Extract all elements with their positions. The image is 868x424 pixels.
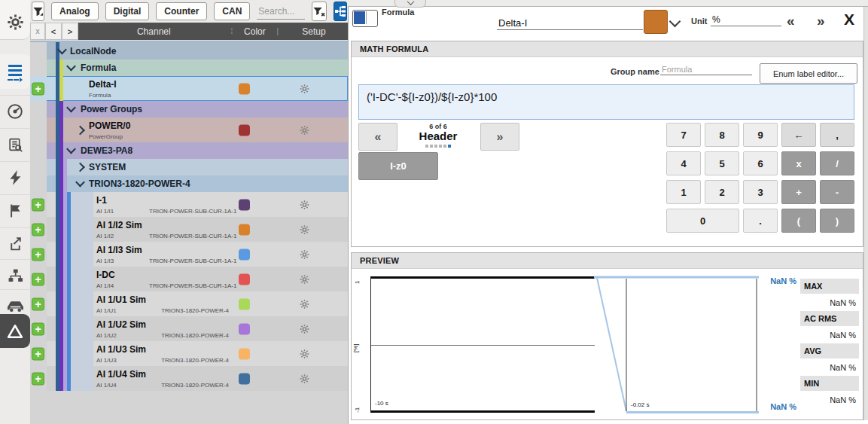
key-0[interactable]: 0: [666, 209, 739, 233]
channel-color-swatch[interactable]: [239, 83, 250, 94]
channel-color-button[interactable]: [644, 10, 668, 34]
chevron-down-icon[interactable]: [75, 178, 85, 188]
add-channel-button[interactable]: [32, 223, 44, 236]
delta-logo-tab[interactable]: [0, 314, 30, 348]
decimal-key[interactable]: .: [743, 209, 778, 233]
add-channel-button[interactable]: [32, 273, 44, 285]
channel-setup-gear-icon[interactable]: [300, 374, 309, 383]
collapse-panel-tab[interactable]: [394, 0, 426, 8]
pager-dot[interactable]: [430, 145, 433, 148]
key-2[interactable]: 2: [705, 180, 739, 204]
channel-color-swatch[interactable]: [239, 199, 250, 210]
tree-view-button[interactable]: [333, 2, 347, 21]
key-9[interactable]: 9: [743, 123, 778, 147]
close-paren-key[interactable]: ): [820, 209, 854, 233]
unit-input[interactable]: [711, 14, 781, 26]
channel-color-swatch[interactable]: [239, 224, 250, 235]
channel-setup-gear-icon[interactable]: [300, 349, 309, 358]
filter-can-button[interactable]: CAN: [214, 2, 250, 20]
prev-channel-button[interactable]: «: [787, 14, 795, 28]
channel-row[interactable]: AI 1/U4 SimAI 1/U4TRION3-1820-POWER-4: [30, 366, 348, 391]
pager-dot[interactable]: [448, 145, 451, 148]
tree-group-row[interactable]: SYSTEM: [30, 159, 348, 175]
formula-input[interactable]: ('I-DC'-${I-z0})/${I-z0}*100: [358, 84, 854, 120]
keypad-page-prev-button[interactable]: «: [358, 123, 397, 151]
keypad-page-next-button[interactable]: »: [480, 123, 519, 151]
key-5[interactable]: 5: [705, 151, 739, 175]
flag-icon[interactable]: [0, 194, 30, 227]
column-channel[interactable]: Channel: [78, 26, 230, 37]
channel-color-swatch[interactable]: [239, 298, 250, 310]
tree-group-row[interactable]: TRION3-1820-POWER-4: [30, 175, 348, 192]
channel-row[interactable]: POWER/0PowerGroup: [30, 117, 348, 142]
channel-enable-toggle[interactable]: [352, 10, 378, 27]
channel-list-icon[interactable]: [0, 57, 30, 89]
add-channel-button[interactable]: [32, 372, 44, 385]
channel-name-input[interactable]: [497, 17, 643, 30]
search-input[interactable]: [257, 4, 305, 20]
channel-color-swatch[interactable]: [239, 323, 250, 334]
tree-group-row[interactable]: DEWE3-PA8: [30, 142, 348, 159]
comma-key[interactable]: ,: [820, 123, 854, 147]
settings-gear-icon[interactable]: [0, 6, 30, 38]
chevron-right-icon[interactable]: [75, 125, 85, 135]
chevron-down-icon[interactable]: [66, 103, 76, 113]
channel-row[interactable]: AI 1/I3 SimAI 1/I3TRION-POWER-SUB-CUR-1A…: [30, 242, 348, 267]
column-color[interactable]: Color: [234, 26, 275, 37]
pager-dot[interactable]: [425, 145, 428, 148]
key-3[interactable]: 3: [743, 180, 778, 204]
clear-columns-button[interactable]: x: [30, 23, 45, 40]
multiply-key[interactable]: x: [781, 151, 816, 175]
channel-setup-gear-icon[interactable]: [300, 125, 309, 135]
column-prev-button[interactable]: <: [45, 23, 62, 40]
report-search-icon[interactable]: [0, 128, 30, 160]
close-button[interactable]: X: [844, 12, 854, 26]
pager-dot[interactable]: [434, 145, 437, 148]
add-channel-button[interactable]: [32, 322, 44, 335]
channel-setup-gear-icon[interactable]: [300, 200, 309, 209]
filter-counter-button[interactable]: Counter: [156, 2, 207, 20]
add-channel-button[interactable]: [32, 347, 44, 360]
chevron-down-icon[interactable]: [66, 145, 76, 154]
filter-digital-button[interactable]: Digital: [105, 2, 150, 20]
channel-setup-gear-icon[interactable]: [300, 274, 309, 284]
channel-setup-gear-icon[interactable]: [300, 84, 309, 93]
channel-setup-gear-icon[interactable]: [300, 299, 309, 309]
filter-settings-button[interactable]: [32, 2, 44, 21]
filter-analog-button[interactable]: Analog: [51, 2, 99, 20]
clear-filter-button[interactable]: [312, 2, 327, 21]
channel-row[interactable]: AI 1/U3 SimAI 1/U3TRION3-1820-POWER-4: [30, 341, 348, 366]
add-channel-button[interactable]: [32, 198, 44, 211]
channel-setup-gear-icon[interactable]: [300, 249, 309, 259]
trigger-lightning-icon[interactable]: [0, 161, 30, 194]
channel-row[interactable]: I-DCAI 1/I4TRION-POWER-SUB-CUR-1A-1: [30, 267, 348, 291]
channel-setup-gear-icon[interactable]: [300, 224, 309, 234]
tree-group-row[interactable]: LocalNode: [30, 42, 348, 59]
open-paren-key[interactable]: (: [781, 209, 816, 233]
channel-color-swatch[interactable]: [239, 124, 250, 136]
channel-row[interactable]: AI 1/U2 SimAI 1/U2TRION3-1820-POWER-4: [30, 316, 348, 341]
column-setup[interactable]: Setup: [280, 26, 348, 37]
add-channel-button[interactable]: [32, 248, 44, 261]
key-4[interactable]: 4: [666, 151, 701, 175]
add-channel-button[interactable]: [32, 82, 44, 95]
add-channel-button[interactable]: [32, 297, 44, 310]
channel-row[interactable]: AI 1/I2 SimAI 1/I2TRION-POWER-SUB-CUR-1A…: [30, 217, 348, 242]
panel-scrollbar[interactable]: [863, 7, 868, 420]
key-1[interactable]: 1: [666, 180, 701, 204]
divide-key[interactable]: /: [820, 151, 854, 175]
chevron-right-icon[interactable]: [75, 163, 85, 172]
column-next-button[interactable]: >: [62, 23, 78, 40]
export-share-icon[interactable]: [0, 227, 30, 260]
plus-key[interactable]: +: [781, 180, 816, 204]
channel-color-swatch[interactable]: [239, 348, 250, 359]
pager-dot[interactable]: [439, 145, 442, 148]
channel-setup-gear-icon[interactable]: [300, 324, 309, 334]
key-6[interactable]: 6: [743, 151, 778, 175]
gauge-icon[interactable]: [0, 95, 30, 127]
channel-color-swatch[interactable]: [239, 273, 250, 285]
backspace-key[interactable]: ←: [781, 123, 816, 147]
key-7[interactable]: 7: [666, 123, 701, 147]
key-8[interactable]: 8: [705, 123, 739, 147]
chevron-down-icon[interactable]: [66, 62, 76, 72]
